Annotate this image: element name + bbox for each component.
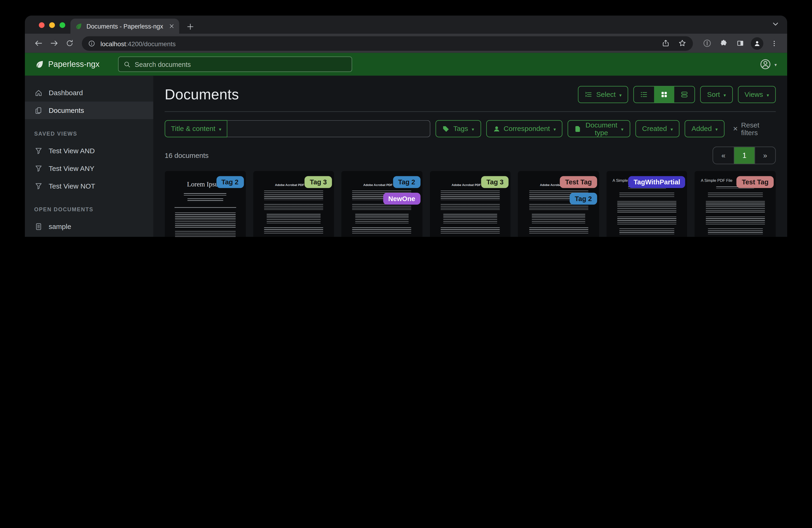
divider: [164, 112, 775, 112]
search-icon: [124, 61, 130, 68]
reset-x-icon: ✕: [733, 125, 738, 132]
forward-button[interactable]: [47, 37, 60, 50]
document-card[interactable]: Lorem IpsumTag 2Test Correspondent: A Sa…: [164, 171, 246, 237]
caret-down-icon: ▾: [621, 127, 624, 132]
menu-kebab-icon[interactable]: [769, 38, 780, 49]
view-grid-button[interactable]: [654, 87, 675, 103]
global-search[interactable]: [118, 56, 352, 72]
tag-badge[interactable]: TagWithPartial: [628, 176, 685, 188]
caret-down-icon: ▾: [724, 92, 726, 98]
tag-badge[interactable]: Test Tag: [737, 176, 774, 188]
document-card[interactable]: A Simple PDF FileTagWithPartialCorrespon…: [606, 171, 687, 237]
page-next-button[interactable]: »: [754, 147, 775, 164]
filter-document-type-dropdown[interactable]: Document type▾: [568, 120, 630, 138]
file-text-icon: [34, 223, 43, 230]
sidebar-open-document[interactable]: pdf-sample 10.24.48 PM: [25, 235, 153, 237]
tag-badge[interactable]: Tag 2: [570, 193, 597, 204]
open-document-label: sample: [49, 223, 71, 230]
filter-created-dropdown[interactable]: Created▾: [635, 120, 680, 138]
tag-badges: TagWithPartial: [628, 176, 685, 188]
tag-badge[interactable]: Tag 2: [216, 176, 244, 188]
home-icon: [34, 89, 43, 97]
browser-tab[interactable]: Documents - Paperless-ngx: [70, 18, 179, 34]
reload-button[interactable]: [63, 37, 76, 50]
funnel-icon: [34, 182, 43, 190]
site-info-icon[interactable]: [88, 40, 95, 47]
side-panel-icon[interactable]: [734, 38, 745, 49]
caret-down-icon: ▾: [219, 127, 221, 132]
back-button[interactable]: [32, 37, 45, 50]
share-icon[interactable]: [660, 38, 671, 49]
browser-window: Documents - Paperless-ngx localhost:4200…: [25, 16, 787, 237]
filter-tags-dropdown[interactable]: Tags▾: [436, 120, 481, 138]
password-manager-icon[interactable]: [701, 38, 713, 49]
person-icon: [493, 125, 500, 132]
select-list-icon: [585, 90, 592, 98]
search-input[interactable]: [135, 60, 346, 68]
saved-view-label: Test View AND: [49, 147, 95, 154]
new-tab-button[interactable]: [186, 23, 194, 30]
sidebar-open-document[interactable]: sample: [25, 217, 153, 235]
sidebar-item-dashboard[interactable]: Dashboard: [25, 84, 153, 101]
file-icon: [575, 125, 582, 132]
open-documents-list: samplepdf-sample 10.24.48 PM: [25, 217, 153, 237]
filter-label: Document type: [585, 121, 618, 137]
filter-field-dropdown[interactable]: Title & content ▾: [164, 120, 228, 138]
page-prev-button[interactable]: «: [713, 147, 734, 164]
reset-filters-button[interactable]: ✕ Reset filters: [733, 121, 776, 137]
saved-views-list: Test View ANDTest View ANYTest View NOT: [25, 142, 153, 195]
document-card[interactable]: Adobe Acrobat PDF FilesTag 3Corresponden…: [430, 171, 511, 237]
bookmark-star-icon[interactable]: [677, 38, 688, 49]
document-card[interactable]: A Simple PDF FileTest TagCorrespondent 2…: [695, 171, 776, 237]
tag-badge[interactable]: Tag 3: [305, 176, 332, 188]
tag-badges: Tag 3: [481, 176, 509, 188]
tag-badge[interactable]: Tag 3: [481, 176, 509, 188]
tag-badges: Tag 2NewOne: [383, 176, 420, 205]
view-list-button[interactable]: [634, 87, 654, 103]
filter-added-dropdown[interactable]: Added▾: [685, 120, 724, 138]
window-controls[interactable]: [39, 22, 65, 28]
filter-correspondent-dropdown[interactable]: Correspondent▾: [486, 120, 563, 138]
sidebar: Dashboard Documents SAVED VIEWS Test Vie…: [25, 76, 153, 237]
url-text[interactable]: localhost:4200/documents: [101, 39, 655, 48]
extensions-puzzle-icon[interactable]: [718, 38, 729, 49]
tag-badge[interactable]: Tag 2: [393, 176, 420, 188]
filter-field-label: Title & content: [171, 125, 215, 132]
close-window-button[interactable]: [39, 22, 45, 28]
select-dropdown-button[interactable]: Select ▾: [578, 86, 628, 103]
sidebar-item-documents[interactable]: Documents: [25, 101, 153, 119]
minimize-window-button[interactable]: [49, 22, 55, 28]
saved-views-heading: SAVED VIEWS: [25, 130, 153, 137]
view-detail-button[interactable]: [675, 87, 695, 103]
caret-down-icon: ▾: [619, 92, 622, 98]
sort-dropdown-button[interactable]: Sort ▾: [700, 86, 733, 103]
user-menu[interactable]: ▾: [760, 58, 777, 70]
sidebar-saved-view[interactable]: Test View ANY: [25, 159, 153, 177]
filter-label: Tags: [453, 125, 468, 132]
document-card[interactable]: Adobe Acrobat PDF FilesTag 3Corresponden…: [253, 171, 334, 237]
sidebar-item-label: Dashboard: [49, 89, 83, 97]
app-brand[interactable]: Paperless-ngx: [35, 60, 100, 69]
text-filter-combo: Title & content ▾: [164, 120, 430, 138]
maximize-window-button[interactable]: [60, 22, 66, 28]
tag-badges: Tag 2: [216, 176, 244, 188]
browser-profile-avatar[interactable]: [751, 37, 764, 50]
document-card[interactable]: Adobe Acrobat PDF FilesTag 2NewOneCorres…: [341, 171, 422, 237]
tab-search-chevron-icon[interactable]: [772, 21, 779, 27]
views-dropdown-button[interactable]: Views ▾: [738, 86, 776, 103]
tag-icon: [443, 125, 450, 132]
page-1-button[interactable]: 1: [734, 147, 754, 164]
document-card[interactable]: Adobe Acrobat PDF FilesTest TagTag 2Corr…: [518, 171, 599, 237]
user-avatar-icon[interactable]: [760, 58, 771, 70]
tab-close-icon[interactable]: [169, 23, 175, 29]
filter-label: Correspondent: [504, 125, 550, 132]
sort-label: Sort: [707, 90, 720, 98]
tag-badges: Test TagTag 2: [560, 176, 597, 205]
saved-view-label: Test View ANY: [49, 165, 95, 172]
address-bar[interactable]: localhost:4200/documents: [82, 36, 693, 51]
sidebar-saved-view[interactable]: Test View AND: [25, 142, 153, 159]
tag-badge[interactable]: Test Tag: [560, 176, 597, 188]
sidebar-saved-view[interactable]: Test View NOT: [25, 177, 153, 195]
filter-text-input[interactable]: [228, 120, 431, 138]
tag-badge[interactable]: NewOne: [383, 193, 420, 204]
